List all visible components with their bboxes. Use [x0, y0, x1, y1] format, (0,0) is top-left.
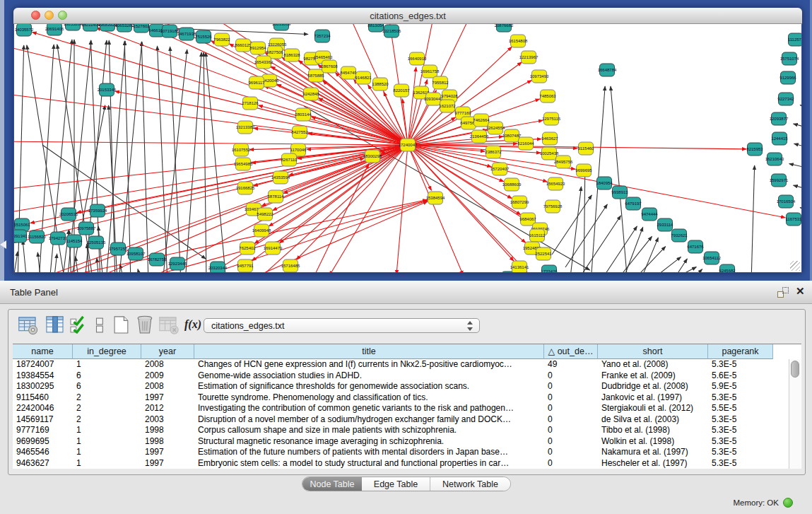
close-panel-icon[interactable]: ✕ — [796, 285, 805, 298]
graph-node-label: 12923445 — [168, 262, 187, 266]
graph-node-label: 9827506 — [266, 50, 283, 54]
graph-node-label: 10653287 — [115, 24, 134, 28]
table-cell: Tourette syndrome. Phenomenology and cla… — [194, 392, 544, 404]
tab-edge-table[interactable]: Edge Table — [362, 477, 430, 491]
table-cell: 2008 — [141, 381, 194, 392]
column-header-pagerank[interactable]: pagerank — [708, 344, 773, 359]
graph-node-label: 10975887 — [77, 226, 96, 230]
table-cell: 5.3E-5 — [708, 414, 773, 426]
window-titlebar[interactable]: citations_edges.txt — [13, 8, 802, 24]
graph-node-label: 5878114 — [268, 194, 285, 199]
graph-node-label: 14353594 — [271, 175, 290, 180]
network-table-select[interactable]: citations_edges.txt — [204, 318, 480, 333]
delete-table-icon[interactable] — [135, 315, 157, 337]
graph-node-label: 7932621 — [671, 233, 688, 238]
graph-node-label: 20320344 — [208, 266, 228, 270]
table-cell: Franke et al. (2009) — [598, 370, 708, 382]
network-canvas[interactable]: 1403557220691406160552871803140419683924… — [14, 24, 801, 272]
column-header-year[interactable]: year — [141, 344, 194, 359]
table-cell: 0 — [544, 425, 598, 436]
graph-node-label: 9684067 — [519, 217, 536, 221]
table-settings-icon[interactable] — [18, 315, 40, 337]
delete-column-icon-disabled[interactable] — [158, 315, 181, 337]
graph-node-label: 16543362 — [254, 60, 273, 64]
graph-node-label: 11156820 — [28, 235, 46, 239]
column-header-in_degree[interactable]: in_degree — [73, 344, 141, 359]
tab-node-table[interactable]: Node Table — [302, 477, 362, 491]
graph-node-label: 9129966 — [779, 76, 796, 80]
graph-node-label: 10930443 — [424, 97, 443, 101]
graph-node-label: 7462664 — [473, 118, 490, 122]
table-cell: 2 — [73, 403, 141, 414]
table-cell: Hescheler et al. (1997) — [598, 458, 708, 469]
table-cell: 0 — [544, 403, 598, 414]
table-cell: 9463627 — [13, 458, 73, 469]
column-header-out_de[interactable]: △ out_de… — [544, 344, 598, 359]
graph-node-label: 9245682 — [719, 269, 736, 272]
table-row[interactable]: 2242004622012Investigating the contribut… — [13, 403, 788, 414]
graph-node-label: 9227342 — [777, 97, 794, 101]
column-header-short[interactable]: short — [598, 344, 708, 359]
graph-node-label: 8267110 — [281, 158, 298, 162]
network-view-window: citations_edges.txt 14035572206914061605… — [13, 8, 802, 273]
graph-node-label: 7625402 — [239, 246, 256, 250]
table-row[interactable]: 969969511998Structural magnetic resonanc… — [13, 436, 788, 448]
graph-node-label: 15654923 — [546, 182, 565, 186]
table-cell: 1 — [73, 447, 141, 458]
table-row[interactable]: 1830029562008Estimation of significance … — [13, 381, 788, 392]
column-select-icon[interactable] — [45, 315, 66, 337]
table-row[interactable]: 946362711997Embryonic stem cells: a mode… — [13, 458, 788, 469]
graph-node-label: 6479197 — [625, 201, 642, 206]
table-cell: 2012 — [141, 403, 194, 414]
graph-node-label: 20206535 — [59, 212, 78, 216]
table-cell: 14569117 — [13, 414, 73, 426]
new-table-icon[interactable] — [111, 315, 133, 337]
graph-node-label: 16154808 — [509, 39, 528, 43]
table-row[interactable]: 946554611997Estimation of the future num… — [13, 447, 788, 458]
table-cell: 22420046 — [13, 403, 73, 414]
table-row[interactable]: 911546021997Tourette syndrome. Phenomeno… — [13, 392, 788, 404]
table-cell: Nakamura et al. (1997) — [598, 447, 708, 458]
graph-node-label: 2803144 — [295, 112, 312, 117]
column-header-title[interactable]: title — [194, 344, 544, 359]
graph-node-label: 5875885 — [307, 74, 324, 78]
table-row[interactable]: 1456911722003Disruption of a novel membe… — [13, 414, 788, 426]
graph-node-label: 9474444 — [641, 212, 658, 216]
table-row[interactable]: 1938455462009Genome-wide association stu… — [13, 370, 788, 382]
resize-grip[interactable] — [790, 261, 800, 271]
graph-node-label: 5515061 — [14, 223, 30, 227]
table-row[interactable]: 1872400712008Changes of HCN gene express… — [13, 359, 788, 370]
function-builder-icon[interactable]: f(x) — [184, 318, 201, 331]
merge-icon[interactable] — [93, 315, 108, 337]
graph-node-label: 1615112 — [529, 233, 546, 238]
table-cell: Stergiakouli et al. (2012) — [598, 403, 708, 414]
graph-node-label: 15720407 — [490, 167, 510, 171]
memory-status-dot — [783, 498, 793, 508]
graph-node-label: 16210643 — [765, 157, 784, 161]
table-cell: Genome-wide association studies in ADHD. — [194, 370, 544, 382]
tab-network-table[interactable]: Network Table — [430, 477, 510, 491]
graph-node-label: 1840954 — [596, 181, 613, 185]
table-cell: 1 — [73, 425, 141, 436]
graph-node-label: 10807487 — [502, 134, 522, 138]
table-vertical-scrollbar[interactable] — [789, 359, 801, 469]
network-graph: 1403557220691406160552871803140419683924… — [14, 24, 801, 272]
graph-node-label: 9938913 — [611, 190, 628, 194]
scrollbar-thumb[interactable] — [791, 361, 799, 378]
table-cell: 9777169 — [13, 425, 73, 436]
table-row[interactable]: 977716911998Corpus callosum shape and si… — [13, 425, 788, 436]
select-all-icon[interactable] — [69, 315, 89, 337]
table-cell: 5.3E-5 — [708, 359, 773, 370]
graph-node-label: 1170046 — [290, 148, 307, 152]
table-cell: 5.3E-5 — [708, 392, 773, 404]
table-cell: 18724007 — [13, 359, 73, 370]
column-header-name[interactable]: name — [13, 344, 73, 359]
graph-node-label: 17942737 — [49, 236, 68, 240]
graph-node-label: 8427552 — [291, 130, 308, 134]
graph-node-label: 14035572 — [15, 28, 34, 32]
float-panel-icon[interactable] — [777, 287, 789, 298]
table-cell: 2 — [73, 414, 141, 426]
graph-node-label: 1388520 — [372, 82, 389, 86]
graph-node-label: 19166825 — [236, 186, 255, 190]
table-cell: 9115460 — [13, 392, 73, 404]
